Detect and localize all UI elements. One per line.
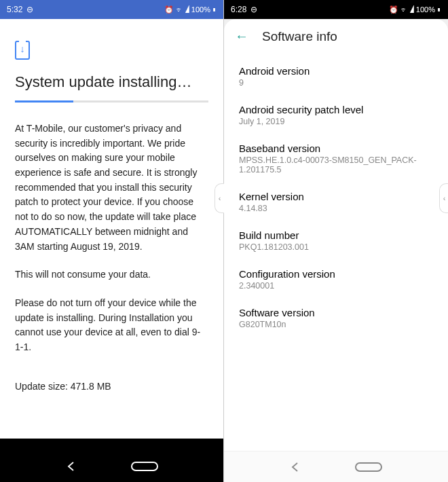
update-description: At T-Mobile, our customer's privacy and … [15,122,208,254]
progress-fill [15,100,73,103]
nav-back-button[interactable] [290,462,301,472]
update-content: System update installing… At T-Mobile, o… [0,19,223,439]
info-value: G820TM10n [239,320,433,329]
info-label: Android security patch level [239,104,433,115]
update-warning: Please do not turn off your device while… [15,296,208,355]
header: ← Software info [224,19,448,54]
status-time: 5:32 [7,5,22,14]
info-value: 9 [239,78,433,88]
update-size: Update size: 471.8 MB [15,381,208,392]
info-item[interactable]: Kernel version4.14.83 [239,183,433,222]
info-value: MPSS.HE.1.0.c4-00073-SM8150_GEN_PACK-1.2… [239,155,433,174]
progress-bar [15,100,208,103]
edge-panel-handle[interactable]: ‹ [439,183,448,213]
info-label: Baseband version [239,143,433,154]
status-time: 6:28 [231,5,246,14]
header-title: Software info [262,29,337,44]
info-label: Software version [239,307,433,318]
nav-bar [0,451,223,482]
info-value: 4.14.83 [239,204,433,213]
download-icon [15,41,30,60]
info-label: Android version [239,65,433,77]
edge-panel-handle[interactable]: ‹ [214,183,224,213]
info-item[interactable]: Configuration version2.340001 [239,261,433,299]
info-value: July 1, 2019 [239,117,433,126]
info-item[interactable]: Android version9 [239,58,433,96]
page-title: System update installing… [15,73,208,91]
info-label: Configuration version [239,268,433,280]
status-bar: 5:32 ⊖ ⏰ ᯤ ◢ 100% ▮ [0,0,223,19]
status-bar: 6:28 ⊖ ⏰ ᯤ ◢ 100% ▮ [224,0,448,19]
screen-software-info: 6:28 ⊖ ⏰ ᯤ ◢ 100% ▮ ← Software info Andr… [224,0,448,482]
dnd-icon: ⊖ [250,5,257,14]
status-icons: ⏰ ᯤ ◢ 100% ▮ [164,5,217,14]
info-list[interactable]: Android version9Android security patch l… [224,54,448,451]
nav-home-button[interactable] [131,462,158,471]
update-data-note: This will not consume your data. [15,267,208,282]
info-label: Build number [239,229,433,241]
info-value: 2.340001 [239,281,433,291]
nav-bar [224,451,448,482]
info-item[interactable]: Android security patch levelJuly 1, 2019 [239,96,433,135]
nav-back-button[interactable] [66,461,77,472]
info-item[interactable]: Build numberPKQ1.181203.001 [239,222,433,261]
info-item[interactable]: Software versionG820TM10n [239,299,433,338]
dnd-icon: ⊖ [26,5,33,14]
info-value: PKQ1.181203.001 [239,242,433,252]
screen-update: 5:32 ⊖ ⏰ ᯤ ◢ 100% ▮ System update instal… [0,0,224,482]
nav-home-button[interactable] [355,462,382,472]
info-label: Kernel version [239,191,433,202]
status-icons: ⏰ ᯤ ◢ 100% ▮ [389,5,441,14]
info-item[interactable]: Baseband versionMPSS.HE.1.0.c4-00073-SM8… [239,135,433,183]
back-arrow-icon[interactable]: ← [235,29,248,44]
